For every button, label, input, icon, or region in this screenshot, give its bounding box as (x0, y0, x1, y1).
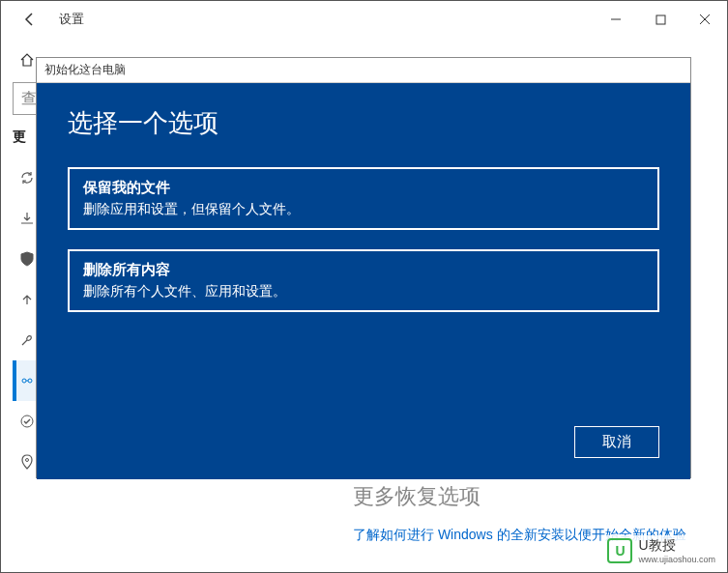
location-icon (18, 453, 36, 471)
reset-pc-dialog: 初始化这台电脑 选择一个选项 保留我的文件 删除应用和设置，但保留个人文件。 删… (36, 57, 691, 478)
titlebar: 设置 (1, 1, 727, 38)
close-button[interactable] (683, 2, 727, 37)
watermark-text: U教授 (638, 537, 715, 555)
shield-icon (18, 250, 36, 268)
svg-point-6 (26, 459, 29, 462)
more-recovery-heading: 更多恢复选项 (353, 482, 704, 511)
recovery-icon (18, 372, 36, 389)
dialog-title: 选择一个选项 (68, 106, 659, 140)
search-placeholder: 查 (21, 89, 37, 109)
download-icon (18, 210, 36, 227)
watermark-url: www.ujiaoshou.com (638, 555, 715, 564)
svg-point-3 (28, 379, 32, 383)
option-desc: 删除所有个人文件、应用和设置。 (83, 283, 644, 301)
back-button[interactable] (13, 2, 47, 37)
wrench-icon (18, 331, 36, 349)
minimize-button[interactable] (594, 2, 638, 37)
option-remove-everything[interactable]: 删除所有内容 删除所有个人文件、应用和设置。 (68, 249, 659, 312)
cancel-button[interactable]: 取消 (574, 426, 659, 458)
up-arrow-icon (18, 291, 36, 308)
check-icon (18, 413, 36, 430)
svg-point-5 (21, 415, 33, 427)
sync-icon (18, 169, 36, 186)
watermark: U U教授 www.ujiaoshou.com (601, 535, 721, 566)
option-keep-files[interactable]: 保留我的文件 删除应用和设置，但保留个人文件。 (68, 167, 659, 230)
maximize-button[interactable] (638, 2, 683, 37)
home-icon (18, 51, 36, 69)
watermark-badge-icon: U (607, 538, 632, 563)
svg-point-2 (22, 379, 26, 383)
option-desc: 删除应用和设置，但保留个人文件。 (83, 201, 644, 218)
option-title: 保留我的文件 (83, 179, 644, 197)
window-title: 设置 (59, 11, 84, 28)
option-title: 删除所有内容 (83, 261, 644, 279)
svg-rect-1 (656, 15, 665, 24)
dialog-header: 初始化这台电脑 (37, 58, 690, 83)
